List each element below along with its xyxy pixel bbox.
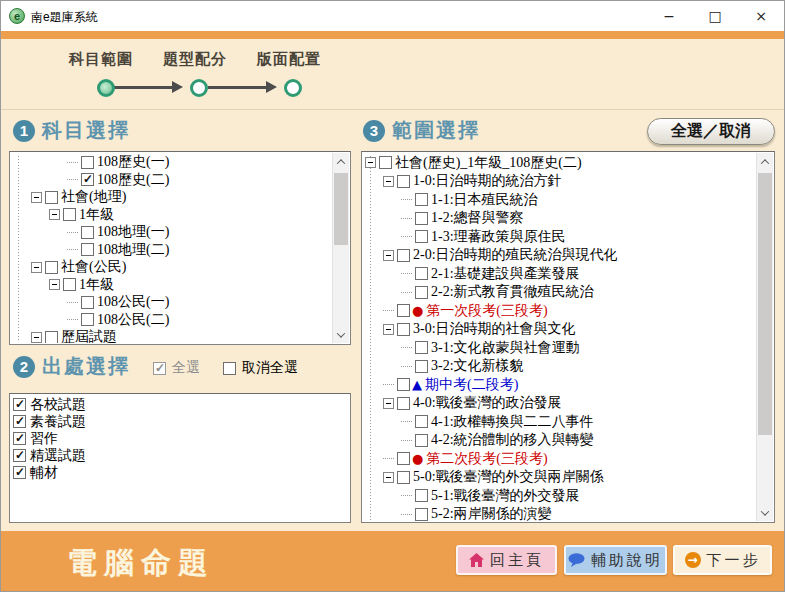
tree-node[interactable]: 1年級 [11,206,332,224]
scroll-down-button[interactable] [333,326,349,343]
node-checkbox[interactable] [81,156,94,169]
tree-node[interactable]: 歷屆試題 [11,328,332,343]
list-item[interactable]: 素養試題 [13,413,332,430]
list-item[interactable]: 習作 [13,430,332,447]
tree-node[interactable]: ▲期中考(二段考) [363,375,756,394]
tree-node[interactable]: 4-2:統治體制的移入與轉變 [363,431,756,450]
tree-node[interactable]: 108歷史(一) [11,153,332,171]
node-checkbox[interactable] [415,193,428,206]
node-checkbox[interactable] [81,173,94,186]
expand-toggle-icon[interactable] [49,279,60,290]
source-checkbox[interactable] [13,432,26,445]
node-checkbox[interactable] [415,508,428,521]
tree-node[interactable]: 社會(地理) [11,188,332,206]
node-checkbox[interactable] [415,489,428,502]
tree-node[interactable]: 社會(歷史)_1年級_108歷史(二) [363,153,756,172]
tree-node[interactable]: 1年級 [11,276,332,294]
expand-toggle-icon[interactable] [31,332,42,343]
tree-node[interactable]: 108地理(一) [11,223,332,241]
expand-toggle-icon[interactable] [383,324,394,335]
node-checkbox[interactable] [81,296,94,309]
tree-node[interactable]: 2-2:新式教育貫徹殖民統治 [363,283,756,302]
node-checkbox[interactable] [379,156,392,169]
tree-node[interactable]: 1-3:理蕃政策與原住民 [363,227,756,246]
tree-node[interactable]: 108公民(一) [11,293,332,311]
deselect-all-control[interactable]: 取消全選 [223,359,298,377]
expand-toggle-icon[interactable] [49,209,60,220]
expand-toggle-icon[interactable] [31,262,42,273]
node-checkbox[interactable] [45,331,58,343]
tree-node[interactable]: 4-0:戰後臺灣的政治發展 [363,394,756,413]
node-checkbox[interactable] [81,313,94,326]
scrollbar-thumb[interactable] [758,173,772,435]
node-checkbox[interactable] [45,261,58,274]
select-all-checkbox[interactable] [153,362,166,375]
node-checkbox[interactable] [415,230,428,243]
tree-node[interactable]: 3-2:文化新樣貌 [363,357,756,376]
select-toggle-button[interactable]: 全選／取消 [647,118,775,145]
expand-toggle-icon[interactable] [383,472,394,483]
home-button[interactable]: 回主頁 [456,545,557,575]
node-checkbox[interactable] [397,175,410,188]
tree-node[interactable]: 3-1:文化啟蒙與社會運動 [363,338,756,357]
tree-node[interactable]: 社會(公民) [11,258,332,276]
expand-toggle-icon[interactable] [383,398,394,409]
tree-node[interactable]: 108歷史(二) [11,171,332,189]
close-button[interactable]: × [738,1,784,31]
source-checkbox[interactable] [13,398,26,411]
tree-node[interactable]: 2-0:日治時期的殖民統治與現代化 [363,246,756,265]
node-checkbox[interactable] [415,415,428,428]
node-checkbox[interactable] [397,304,410,317]
source-checkbox[interactable] [13,415,26,428]
tree-node[interactable]: 3-0:日治時期的社會與文化 [363,320,756,339]
node-checkbox[interactable] [63,208,76,221]
vertical-scrollbar[interactable] [756,153,773,521]
tree-node[interactable]: ●第二次段考(三段考) [363,449,756,468]
tree-node[interactable]: 108公民(二) [11,311,332,329]
tree-node[interactable]: 108地理(二) [11,241,332,259]
help-button[interactable]: 輔助說明 [564,545,667,575]
minimize-button[interactable]: − [646,1,692,31]
select-all-control[interactable]: 全選 [153,359,200,377]
scroll-down-button[interactable] [757,504,773,521]
tree-node[interactable]: 2-1:基礎建設與產業發展 [363,264,756,283]
node-checkbox[interactable] [397,471,410,484]
node-checkbox[interactable] [81,243,94,256]
node-checkbox[interactable] [397,378,410,391]
node-checkbox[interactable] [415,286,428,299]
node-checkbox[interactable] [397,323,410,336]
tree-node[interactable]: 1-0:日治時期的統治方針 [363,172,756,191]
node-checkbox[interactable] [415,434,428,447]
deselect-all-checkbox[interactable] [223,362,236,375]
vertical-scrollbar[interactable] [332,153,349,343]
tree-node[interactable]: 5-1:戰後臺灣的外交發展 [363,486,756,505]
node-checkbox[interactable] [45,191,58,204]
source-checkbox[interactable] [13,449,26,462]
tree-node[interactable]: 4-1:政權轉換與二二八事件 [363,412,756,431]
node-checkbox[interactable] [415,360,428,373]
tree-node[interactable]: 1-2:總督與警察 [363,209,756,228]
node-checkbox[interactable] [397,452,410,465]
tree-node[interactable]: ●第一次段考(三段考) [363,301,756,320]
node-checkbox[interactable] [397,397,410,410]
scroll-up-button[interactable] [757,153,773,170]
scrollbar-thumb[interactable] [334,173,348,245]
node-checkbox[interactable] [397,249,410,262]
expand-toggle-icon[interactable] [383,250,394,261]
node-checkbox[interactable] [415,267,428,280]
next-step-button[interactable]: → 下一步 [673,545,772,575]
node-checkbox[interactable] [81,226,94,239]
expand-toggle-icon[interactable] [383,176,394,187]
source-checkbox[interactable] [13,466,26,479]
expand-toggle-icon[interactable] [365,157,376,168]
list-item[interactable]: 各校試題 [13,396,332,413]
tree-node[interactable]: 5-0:戰後臺灣的外交與兩岸關係 [363,468,756,487]
node-checkbox[interactable] [63,278,76,291]
scroll-up-button[interactable] [333,153,349,170]
node-checkbox[interactable] [415,212,428,225]
list-item[interactable]: 輔材 [13,464,332,481]
list-item[interactable]: 精選試題 [13,447,332,464]
tree-node[interactable]: 5-2:兩岸關係的演變 [363,505,756,522]
node-checkbox[interactable] [415,341,428,354]
maximize-button[interactable]: □ [692,1,738,31]
